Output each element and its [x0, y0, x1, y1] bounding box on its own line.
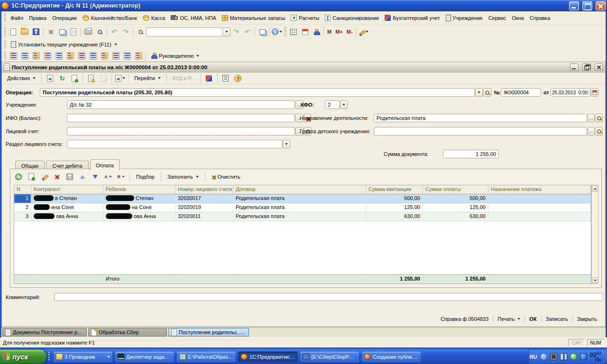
- doc-minimize-button[interactable]: [570, 64, 579, 71]
- clock[interactable]: 0222 Пн: [590, 351, 603, 363]
- general-ledger-button[interactable]: [121, 50, 133, 61]
- col-contract[interactable]: Договор: [233, 185, 366, 194]
- table-row[interactable]: 3 ова Анна ова Анна 32020011 Родительска…: [14, 212, 591, 221]
- institution-input[interactable]: [67, 100, 295, 109]
- windows-button[interactable]: [257, 27, 268, 37]
- menu-windows[interactable]: Окна: [509, 13, 527, 23]
- print-button[interactable]: [83, 27, 94, 37]
- find-prev-button[interactable]: ↶: [242, 27, 253, 37]
- new-document-button[interactable]: [8, 27, 19, 37]
- account-input[interactable]: [67, 127, 295, 136]
- main-titlebar[interactable]: 1С:Предприятие - Д/с N 11 (Администратор…: [0, 0, 607, 11]
- copy-document-button[interactable]: [69, 73, 80, 84]
- maximize-button[interactable]: [582, 1, 592, 10]
- direction-select-button[interactable]: ...: [588, 114, 595, 122]
- menu-file[interactable]: Файл: [8, 13, 26, 23]
- col-purpose[interactable]: Назначение платежа: [488, 185, 591, 194]
- manager-reports-button[interactable]: Руководителю: [147, 52, 202, 60]
- menu-edit[interactable]: Правка: [26, 13, 49, 23]
- print-document-button[interactable]: Печать: [493, 316, 524, 322]
- move-up-button[interactable]: [77, 171, 88, 182]
- bluetooth-icon[interactable]: [580, 353, 587, 360]
- sort-desc-button[interactable]: Я: [115, 171, 127, 182]
- section-dropdown-button[interactable]: [283, 140, 290, 148]
- post-document-button[interactable]: [85, 73, 97, 84]
- toolbar-grip[interactable]: [284, 27, 286, 37]
- trial-balance-button[interactable]: [8, 50, 19, 61]
- menu-authorization[interactable]: ΣСанкционирование: [322, 13, 382, 23]
- group-select-button[interactable]: ...: [588, 127, 595, 136]
- subconto-analysis-button[interactable]: [53, 50, 64, 61]
- summary-postings-button[interactable]: [99, 50, 110, 61]
- info-button[interactable]: [271, 27, 283, 37]
- col-account-no[interactable]: Номер лицевого счета: [175, 185, 233, 194]
- memory-subtract-button[interactable]: М-: [345, 29, 355, 35]
- start-button[interactable]: пуск: [0, 350, 46, 364]
- operation-input[interactable]: [40, 88, 475, 97]
- menu-treasury-bank[interactable]: Казначейство/Банк: [80, 13, 140, 23]
- memory-recall-button[interactable]: М: [325, 29, 333, 35]
- paste-button[interactable]: [68, 27, 79, 37]
- number-input[interactable]: [501, 88, 541, 97]
- kfo-input[interactable]: [325, 100, 340, 109]
- subconto-turnovers-button[interactable]: [87, 50, 99, 61]
- antivirus-icon[interactable]: [570, 353, 577, 360]
- help-button[interactable]: ?: [232, 73, 244, 84]
- kud-button[interactable]: КУД и Р...: [169, 74, 198, 82]
- help-form-button[interactable]: Справка ф.0504833: [436, 316, 493, 322]
- col-n[interactable]: N: [14, 185, 31, 194]
- calendar-button[interactable]: [299, 27, 311, 37]
- date-input[interactable]: [551, 88, 590, 97]
- search-dropdown-button[interactable]: [222, 27, 230, 36]
- group-input[interactable]: [374, 127, 587, 136]
- copy-row-button[interactable]: [26, 171, 37, 182]
- col-receipt-sum[interactable]: Сумма квитанции: [366, 185, 423, 194]
- scroll-up-button[interactable]: [592, 185, 598, 191]
- taskbar-item-taskmgr[interactable]: Диспетчер задач Wi...: [115, 351, 175, 363]
- postings-report-button[interactable]: [110, 50, 121, 61]
- menu-accounting[interactable]: Бухгалтерский учет: [382, 13, 442, 23]
- operation-dropdown-button[interactable]: [475, 88, 483, 97]
- account-analysis-button[interactable]: [42, 50, 53, 61]
- toolbar-grip[interactable]: [4, 13, 6, 22]
- direction-input[interactable]: [374, 114, 587, 122]
- menu-inventory[interactable]: Материальные запасы: [219, 13, 288, 23]
- document-structure-button[interactable]: [220, 73, 231, 84]
- redo-button[interactable]: ↷: [120, 27, 131, 37]
- scroll-down-button[interactable]: [592, 277, 598, 283]
- taskbar-item-explorer[interactable]: 3 Проводник: [53, 351, 113, 363]
- clear-button[interactable]: Очистить: [208, 173, 244, 181]
- find-next-button[interactable]: ↷: [230, 27, 242, 37]
- table-button[interactable]: [288, 27, 299, 37]
- section-input[interactable]: [67, 140, 283, 148]
- reread-button[interactable]: [44, 73, 55, 84]
- refresh-button[interactable]: ↻: [56, 73, 68, 84]
- unpost-document-button[interactable]: [98, 73, 109, 84]
- copy-button[interactable]: [56, 27, 68, 37]
- hide-icons-icon[interactable]: [540, 353, 547, 360]
- taskbar-item-sber[interactable]: {Е:\Сбер\СберРабоч...: [300, 351, 359, 363]
- taskbar-item-firefox[interactable]: Создание публикац...: [361, 351, 421, 363]
- col-contragent[interactable]: Контрагент: [31, 185, 103, 194]
- toolbar-grip[interactable]: [4, 52, 6, 60]
- account-balance-button[interactable]: [19, 50, 30, 61]
- ifo-input[interactable]: [67, 114, 295, 122]
- pick-button[interactable]: Подбор: [133, 173, 158, 181]
- kfo-dropdown-button[interactable]: [340, 100, 348, 109]
- menu-operations[interactable]: Операции: [49, 13, 79, 23]
- end-edit-button[interactable]: [64, 171, 75, 182]
- output-document-button[interactable]: [114, 73, 126, 84]
- taskbar-item-1c[interactable]: 1С:Предприятие - Д...: [238, 351, 298, 363]
- print-preview-button[interactable]: [94, 27, 105, 37]
- set-current-institution-button[interactable]: Установить текущее учреждение (F11): [8, 40, 120, 49]
- search-input[interactable]: [146, 27, 223, 36]
- date-calendar-button[interactable]: [591, 88, 598, 97]
- save-button[interactable]: [30, 27, 42, 37]
- save-document-button[interactable]: Записать: [542, 316, 572, 322]
- doc-close-button[interactable]: [595, 64, 603, 71]
- window-tab-documents[interactable]: Документы Поступление р...: [2, 328, 87, 337]
- subconto-card-button[interactable]: [76, 50, 87, 61]
- delete-row-button[interactable]: [51, 171, 63, 182]
- table-vertical-scrollbar[interactable]: [591, 185, 598, 284]
- open-button[interactable]: [19, 27, 30, 37]
